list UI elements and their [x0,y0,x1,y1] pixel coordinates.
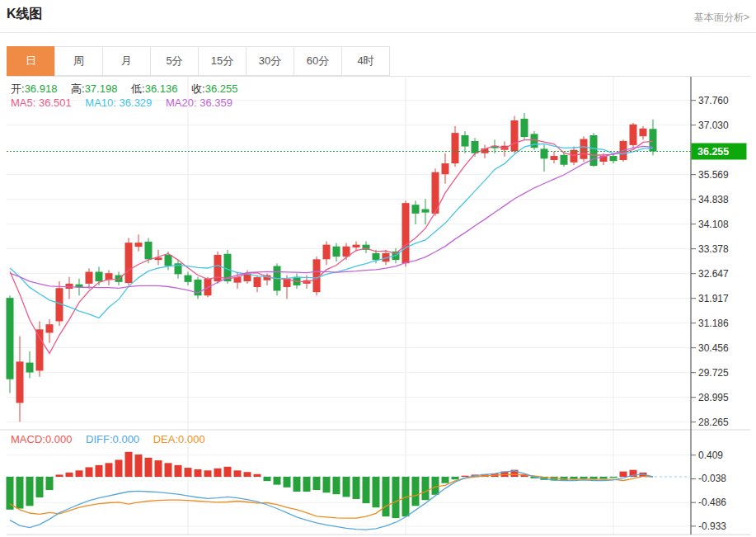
price-axis-label: 29.725 [698,367,729,379]
macd-bar [195,469,202,477]
ma20-line [10,146,653,292]
ma5-label: MA5: [11,97,35,109]
macd-bar [145,458,153,477]
diff-value: 0.000 [113,433,140,445]
dea-value: 0.000 [178,433,205,445]
ma10-label: MA10: [85,97,116,109]
candle-body [185,276,192,282]
ma5-line [10,140,653,354]
macd-bar [343,477,350,497]
macd-bar [214,469,222,477]
macd-bar [155,460,162,477]
price-axis-label: 28.995 [698,392,729,403]
macd-bar [323,477,331,492]
candle-body [412,205,420,214]
macd-bar [96,465,103,477]
candle-body [16,361,24,403]
candle-body [76,285,83,287]
macd-value: 0.000 [45,433,73,445]
kline-chart-canvas[interactable]: 37.76037.03035.56934.83834.10833.37832.6… [0,0,756,537]
open-value: 36.918 [25,82,58,95]
candle-body [36,329,44,370]
close-value: 36.255 [205,82,238,95]
candle-body [165,255,172,266]
macd-bar [224,467,232,477]
candle-body [96,272,103,281]
ma10-line [10,144,653,318]
macd-bar [115,459,123,477]
candle-body [422,210,430,213]
macd-bar [56,474,63,477]
price-axis-label: 37.030 [698,120,729,131]
macd-bar [264,477,271,481]
ma-legend: MA5: 36.501 MA10: 36.329 MA20: 36.359 [11,97,232,109]
macd-bar [284,477,291,488]
candle-body [254,277,261,287]
macd-bar [175,465,182,477]
macd-bar [26,477,34,506]
candle-body [402,203,410,263]
macd-bar [432,477,439,495]
close-label: 收: [191,82,205,95]
candle-body [640,129,647,136]
candle-body [630,125,637,145]
ohlc-legend: 开:36.918 高:37.198 低:36.136 收:36.255 [11,82,237,97]
macd-bar [353,477,360,499]
ma20-label: MA20: [166,97,197,109]
candle-body [590,135,598,166]
macd-bar [610,477,617,478]
macd-bar [46,477,54,490]
macd-bar [254,474,261,477]
macd-bar [16,477,24,509]
candle-body [610,156,617,161]
dea-label: DEA: [153,433,178,445]
price-axis-label: 30.456 [698,342,729,354]
current-price-tag-label: 36.255 [697,146,729,158]
candle-body [551,156,558,160]
ma5-value: 36.501 [39,97,72,109]
price-axis-label: 34.838 [698,194,729,205]
candle-body [511,120,519,151]
price-axis-label: 31.186 [698,318,729,329]
low-value: 36.136 [145,82,178,95]
price-axis-label: 37.760 [698,95,729,106]
macd-legend: MACD:0.000 DIFF:0.000 DEA:0.000 [11,433,205,445]
macd-bar [442,477,449,483]
price-axis-label: 31.917 [698,293,729,304]
macd-bar [620,472,627,477]
candle-body [333,247,340,257]
macd-bar [363,477,370,503]
macd-bar [165,463,172,477]
candle-body [462,135,469,147]
kline-widget: K线图 基本面分析> 日 周 月 5分 15分 30分 60分 4时 37.76… [0,0,756,537]
candle-body [66,284,73,289]
macd-bar [86,467,93,477]
candle-body [7,298,14,379]
high-value: 37.198 [85,82,118,95]
price-axis-label: 28.265 [698,417,729,428]
macd-bar [293,477,301,492]
diff-line [10,471,653,530]
macd-bar [373,477,380,507]
macd-bar [234,470,242,477]
macd-bar [412,477,420,506]
macd-axis-label: -0.486 [698,497,726,508]
macd-bar [462,476,469,477]
macd-axis-label: -0.038 [698,473,726,484]
candle-body [580,139,588,159]
macd-bar [303,477,311,492]
macd-bar [392,477,400,518]
macd-bar [204,470,212,477]
candle-body [323,245,331,260]
candle-body [442,163,449,174]
candle-body [46,324,54,332]
open-label: 开: [11,82,25,95]
candle-body [521,119,528,137]
macd-axis-label: -0.933 [698,521,726,532]
ma20-value: 36.359 [200,97,232,109]
candle-body [353,245,360,247]
candle-body [313,259,321,292]
macd-bar [36,477,44,497]
macd-bar [383,477,390,516]
candle-body [561,155,568,165]
